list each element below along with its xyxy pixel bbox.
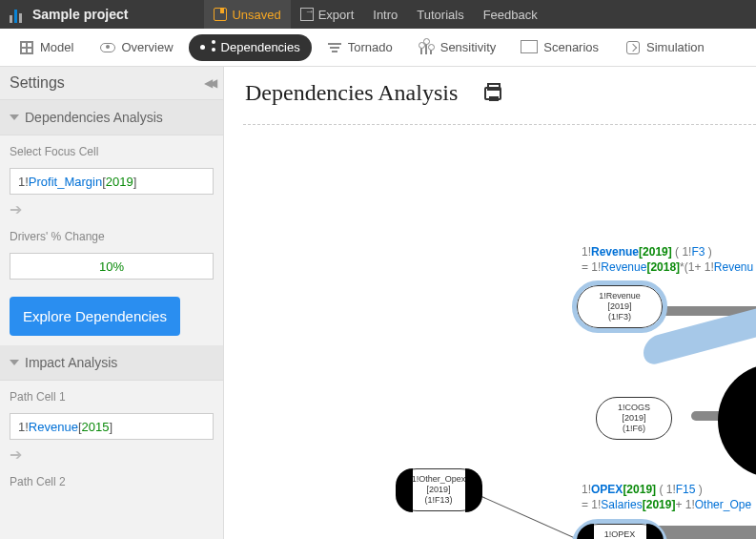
settings-header: Settings ◀◀ bbox=[0, 67, 223, 100]
print-icon[interactable] bbox=[484, 87, 501, 100]
explore-dependencies-button[interactable]: Explore Dependencies bbox=[10, 297, 180, 336]
sidebar: Settings ◀◀ Dependencies Analysis Select… bbox=[0, 67, 224, 539]
main: Settings ◀◀ Dependencies Analysis Select… bbox=[0, 67, 756, 539]
scenarios-icon bbox=[522, 40, 538, 55]
model-icon bbox=[19, 40, 34, 55]
other-opex-node[interactable]: 1!Other_Opex [2019] (1!F13) bbox=[396, 468, 481, 511]
path-cell-1-label: Path Cell 1 bbox=[10, 390, 214, 404]
save-icon bbox=[214, 8, 227, 21]
focus-cell-input[interactable]: 1!Profit_Margin[2019] bbox=[10, 168, 214, 195]
logo-icon bbox=[10, 6, 27, 23]
tab-simulation[interactable]: Simulation bbox=[614, 34, 716, 61]
opex-node[interactable]: 1!OPEX [2019] (1!F15) bbox=[577, 524, 663, 539]
path-cell-2-label: Path Cell 2 bbox=[10, 475, 214, 488]
page-title-row: Dependencies Analysis bbox=[224, 67, 756, 106]
collapse-icon[interactable]: ◀◀ bbox=[204, 76, 214, 90]
opex-formula: = 1!Salaries[2019]+ 1!Other_Ope bbox=[582, 498, 751, 511]
revenue-formula: = 1!Revenue[2018]*(1+ 1!Revenu bbox=[582, 260, 753, 274]
section-impact-body: Path Cell 1 1!Revenue[2015] ➔ Path Cell … bbox=[0, 381, 223, 508]
tab-model[interactable]: Model bbox=[8, 34, 85, 61]
unsaved-button[interactable]: Unsaved bbox=[204, 0, 290, 29]
simulation-icon bbox=[625, 40, 641, 55]
unsaved-label: Unsaved bbox=[232, 8, 280, 22]
section-dependencies-body: Select Focus Cell 1!Profit_Margin[2019] … bbox=[0, 135, 223, 345]
settings-title: Settings bbox=[10, 74, 65, 92]
view-tabs: Model Overview Dependencies Tornado Sens… bbox=[0, 29, 756, 67]
export-button[interactable]: Export bbox=[291, 0, 364, 29]
dependencies-icon bbox=[200, 40, 215, 55]
tab-tornado[interactable]: Tornado bbox=[316, 34, 404, 61]
tab-scenarios[interactable]: Scenarios bbox=[511, 34, 610, 61]
tab-sensitivity[interactable]: Sensitivity bbox=[408, 34, 508, 61]
revenue-node[interactable]: 1!Revenue [2019] (1!F3) bbox=[577, 285, 663, 328]
tab-dependencies[interactable]: Dependencies bbox=[189, 34, 312, 61]
export-label: Export bbox=[318, 8, 355, 22]
cogs-node[interactable]: 1!COGS [2019] (1!F6) bbox=[596, 397, 672, 440]
overview-icon bbox=[100, 40, 115, 55]
arrow-right-icon[interactable]: ➔ bbox=[10, 446, 22, 464]
section-dependencies-header[interactable]: Dependencies Analysis bbox=[0, 100, 223, 135]
tab-overview[interactable]: Overview bbox=[89, 34, 184, 61]
project-title: Sample project bbox=[32, 7, 128, 22]
canvas: Dependencies Analysis 1!Revenue[2019] ( … bbox=[224, 67, 756, 539]
caret-down-icon bbox=[10, 360, 19, 365]
path-cell-1-input[interactable]: 1!Revenue[2015] bbox=[10, 413, 214, 440]
arrow-right-icon[interactable]: ➔ bbox=[10, 200, 22, 218]
tornado-icon bbox=[327, 40, 342, 55]
logo-block[interactable]: Sample project bbox=[0, 6, 137, 23]
topbar-menu: Unsaved Export Intro Tutorials Feedback bbox=[204, 0, 546, 29]
revenue-label: 1!Revenue[2019] ( 1!F3 ) bbox=[582, 245, 712, 259]
caret-down-icon bbox=[10, 114, 19, 120]
feedback-button[interactable]: Feedback bbox=[474, 0, 547, 29]
topbar: Sample project Unsaved Export Intro Tuto… bbox=[0, 0, 756, 29]
export-icon bbox=[300, 8, 314, 21]
page-title: Dependencies Analysis bbox=[245, 80, 458, 106]
drivers-pct-label: Drivers' % Change bbox=[10, 230, 214, 243]
intro-button[interactable]: Intro bbox=[363, 0, 407, 29]
focus-cell-label: Select Focus Cell bbox=[10, 145, 214, 158]
sensitivity-icon bbox=[419, 40, 435, 55]
section-impact-header[interactable]: Impact Analysis bbox=[0, 345, 223, 381]
opex-label: 1!OPEX[2019] ( 1!F15 ) bbox=[582, 483, 703, 496]
drivers-pct-input[interactable]: 10% bbox=[10, 253, 214, 280]
focus-node[interactable] bbox=[718, 363, 756, 478]
dependency-graph[interactable]: 1!Revenue[2019] ( 1!F3 ) = 1!Revenue[201… bbox=[243, 124, 756, 539]
tutorials-button[interactable]: Tutorials bbox=[407, 0, 473, 29]
